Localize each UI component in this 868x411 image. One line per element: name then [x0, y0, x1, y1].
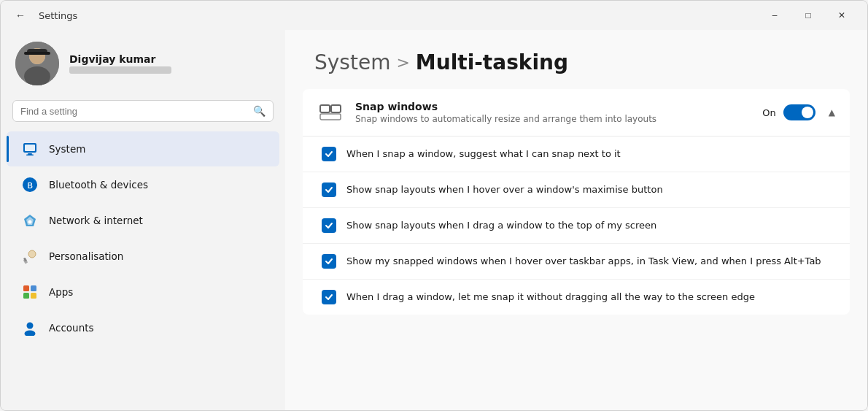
sidebar: Digvijay kumar 🔍	[1, 30, 285, 410]
sidebar-item-apps[interactable]: Apps	[7, 274, 279, 310]
snap-windows-text: Snap windows Snap windows to automatical…	[355, 101, 751, 124]
snap-windows-desc: Snap windows to automatically resize and…	[355, 114, 751, 124]
checkbox-drag-edge[interactable]	[322, 290, 336, 304]
settings-list: Snap windows Snap windows to automatical…	[285, 89, 867, 315]
checkbox-suggest-snap[interactable]	[322, 147, 336, 161]
sub-setting-drag-top[interactable]: Show snap layouts when I drag a window t…	[303, 208, 850, 244]
svg-rect-27	[320, 114, 341, 120]
bluetooth-icon: ʙ	[21, 176, 39, 193]
content-area: System > Multi-tasking	[285, 30, 867, 410]
sidebar-item-label-apps: Apps	[49, 286, 73, 298]
sub-setting-label-drag-edge: When I drag a window, let me snap it wit…	[346, 291, 755, 304]
sidebar-item-label-accounts: Accounts	[49, 322, 94, 334]
snap-windows-header[interactable]: Snap windows Snap windows to automatical…	[303, 89, 850, 136]
settings-window: ← Settings – □ ✕	[0, 0, 868, 411]
breadcrumb-parent: System	[314, 50, 390, 74]
toggle-on-label: On	[762, 107, 775, 118]
close-button[interactable]: ✕	[825, 4, 859, 27]
svg-rect-21	[23, 293, 29, 299]
snap-windows-icon	[317, 99, 344, 126]
svg-rect-19	[23, 285, 29, 291]
svg-rect-5	[24, 52, 50, 55]
snap-windows-title: Snap windows	[355, 101, 751, 112]
svg-point-18	[28, 250, 36, 258]
minimize-button[interactable]: –	[758, 4, 791, 27]
title-bar-left: ← Settings	[9, 4, 758, 26]
avatar	[15, 42, 59, 85]
sidebar-item-label-bluetooth: Bluetooth & devices	[49, 179, 148, 191]
accounts-icon	[21, 319, 39, 337]
window-title: Settings	[39, 10, 77, 21]
svg-text:ʙ: ʙ	[27, 179, 33, 191]
sub-setting-label-taskbar-hover: Show my snapped windows when I hover ove…	[346, 255, 821, 268]
user-name: Digvijay kumar	[69, 53, 271, 65]
user-info: Digvijay kumar	[69, 53, 271, 74]
snap-toggle-area: On ▲	[762, 104, 835, 120]
search-container: 🔍	[1, 100, 285, 131]
page-title: Multi-tasking	[416, 50, 568, 74]
maximize-button[interactable]: □	[791, 4, 825, 27]
user-profile[interactable]: Digvijay kumar	[1, 30, 285, 100]
checkbox-drag-top[interactable]	[322, 218, 336, 233]
search-input[interactable]	[20, 106, 247, 117]
svg-rect-22	[31, 293, 36, 299]
sidebar-item-label-system: System	[49, 143, 85, 155]
checkbox-hover-maximise[interactable]	[322, 183, 336, 197]
sidebar-item-system[interactable]: System	[7, 131, 279, 166]
system-icon	[21, 140, 39, 158]
chevron-up-icon[interactable]: ▲	[829, 107, 835, 118]
sidebar-item-personalisation[interactable]: Personalisation	[7, 239, 279, 274]
sidebar-nav: System ʙ Bluetooth & devices	[1, 131, 285, 346]
search-box: 🔍	[12, 100, 274, 122]
breadcrumb-separator: >	[396, 53, 409, 72]
sub-setting-hover-maximise[interactable]: Show snap layouts when I hover over a wi…	[303, 172, 850, 208]
svg-rect-26	[331, 105, 341, 112]
back-button[interactable]: ←	[9, 4, 31, 26]
search-icon: 🔍	[253, 105, 266, 117]
sub-setting-label-suggest-snap: When I snap a window, suggest what I can…	[346, 147, 621, 161]
checkbox-taskbar-hover[interactable]	[322, 254, 336, 269]
sidebar-item-network[interactable]: Network & internet	[7, 203, 279, 238]
svg-point-15	[28, 220, 32, 224]
sub-setting-taskbar-hover[interactable]: Show my snapped windows when I hover ove…	[303, 244, 850, 280]
sidebar-item-label-personalisation: Personalisation	[49, 250, 123, 262]
svg-rect-8	[25, 145, 35, 151]
snap-windows-toggle[interactable]	[783, 104, 815, 120]
snap-windows-card: Snap windows Snap windows to automatical…	[303, 89, 850, 315]
sub-setting-label-drag-top: Show snap layouts when I drag a window t…	[346, 219, 656, 232]
svg-rect-25	[320, 105, 330, 112]
page-header: System > Multi-tasking	[285, 30, 867, 89]
main-layout: Digvijay kumar 🔍	[1, 30, 867, 410]
user-email	[69, 66, 171, 74]
svg-point-23	[27, 323, 34, 329]
svg-rect-20	[31, 285, 36, 291]
sub-settings: When I snap a window, suggest what I can…	[303, 136, 850, 315]
svg-point-24	[25, 331, 36, 337]
svg-rect-10	[26, 155, 34, 156]
personalisation-icon	[21, 247, 39, 265]
sub-setting-suggest-snap[interactable]: When I snap a window, suggest what I can…	[303, 137, 850, 172]
apps-icon	[21, 283, 39, 301]
network-icon	[21, 212, 39, 229]
sub-setting-label-hover-maximise: Show snap layouts when I hover over a wi…	[346, 183, 663, 196]
breadcrumb: System > Multi-tasking	[314, 50, 838, 74]
sidebar-item-bluetooth[interactable]: ʙ Bluetooth & devices	[7, 167, 279, 202]
window-controls: – □ ✕	[758, 4, 859, 27]
sidebar-item-label-network: Network & internet	[49, 215, 143, 226]
sub-setting-drag-edge[interactable]: When I drag a window, let me snap it wit…	[303, 280, 850, 315]
sidebar-item-accounts[interactable]: Accounts	[7, 310, 279, 345]
title-bar: ← Settings – □ ✕	[1, 1, 867, 30]
